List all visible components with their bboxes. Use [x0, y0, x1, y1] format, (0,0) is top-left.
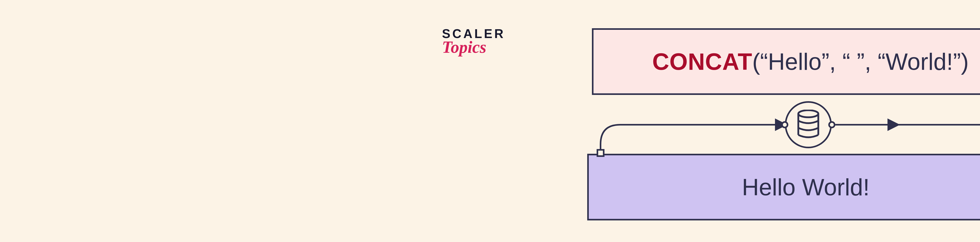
output-value: Hello World!	[742, 174, 869, 201]
scaler-topics-logo: SCALER Topics	[442, 27, 512, 53]
database-port-right	[828, 121, 835, 128]
concat-output-box: Hello World!	[587, 154, 980, 220]
database-icon	[797, 110, 820, 140]
svg-point-0	[798, 110, 818, 117]
output-box-connector-port	[597, 149, 605, 157]
database-node	[785, 101, 832, 148]
concat-expression: CONCAT(“Hello”, “ ”, “World!”)	[652, 48, 969, 75]
database-port-left	[781, 121, 788, 128]
concat-input-box: CONCAT(“Hello”, “ ”, “World!”)	[592, 28, 980, 95]
logo-wordmark-bottom: Topics	[442, 41, 512, 53]
function-name: CONCAT	[652, 48, 752, 75]
function-args: (“Hello”, “ ”, “World!”)	[752, 48, 969, 75]
